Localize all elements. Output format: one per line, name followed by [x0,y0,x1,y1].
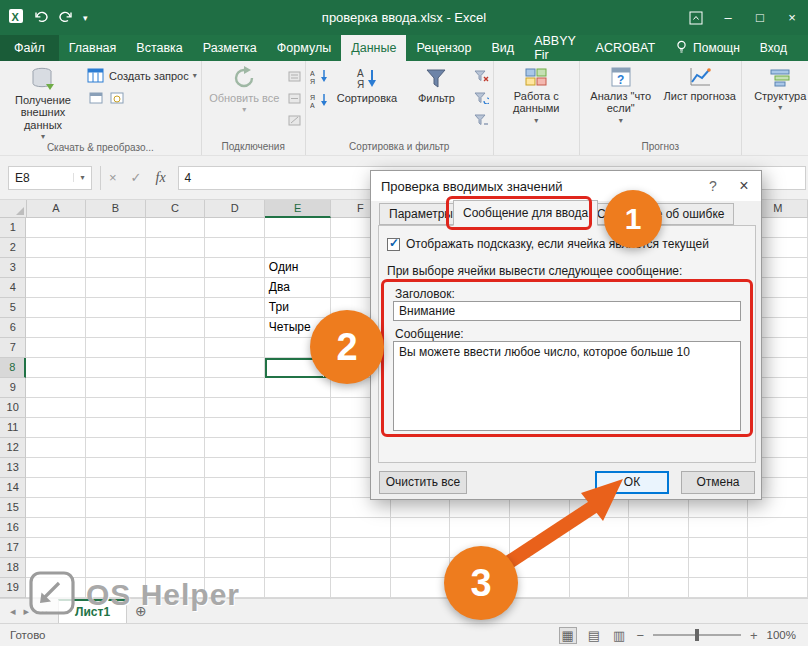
cell-K16[interactable] [629,518,689,538]
cell-E1[interactable] [265,218,331,238]
cell-A16[interactable] [26,518,86,538]
tab-formulas[interactable]: Формулы [267,35,341,61]
outline-button[interactable]: Структура ▾ [746,63,808,112]
cell-B11[interactable] [86,418,146,438]
column-header-E[interactable]: E [265,200,331,218]
clear-filter-icon[interactable] [474,68,489,86]
cell-D6[interactable] [205,318,265,338]
cell-A1[interactable] [26,218,86,238]
cell-C1[interactable] [146,218,206,238]
cell-K18[interactable] [629,558,689,578]
cell-B4[interactable] [86,278,146,298]
cell-H15[interactable] [450,498,510,518]
cell-B9[interactable] [86,378,146,398]
row-header-5[interactable]: 5 [0,298,26,318]
cell-D4[interactable] [205,278,265,298]
cell-B15[interactable] [86,498,146,518]
row-header-13[interactable]: 13 [0,458,26,478]
close-button[interactable]: × [776,0,808,35]
recent-sources-icon[interactable] [110,90,124,108]
edit-links-icon[interactable] [288,112,301,130]
cell-A17[interactable] [26,538,86,558]
cell-I15[interactable] [510,498,570,518]
normal-view-icon[interactable]: ▦ [559,627,577,644]
row-header-14[interactable]: 14 [0,478,26,498]
row-header-15[interactable]: 15 [0,498,26,518]
ok-button[interactable]: ОК [595,471,669,494]
cell-B5[interactable] [86,298,146,318]
cell-A11[interactable] [26,418,86,438]
cell-A6[interactable] [26,318,86,338]
row-header-1[interactable]: 1 [0,218,26,238]
tab-insert[interactable]: Вставка [126,35,192,61]
cell-C14[interactable] [146,478,206,498]
ribbon-display-options-icon[interactable] [680,0,712,35]
zoom-out-icon[interactable]: − [636,628,644,643]
cell-F18[interactable] [331,558,391,578]
row-header-4[interactable]: 4 [0,278,26,298]
cell-M16[interactable] [748,518,808,538]
tab-review[interactable]: Рецензор [406,35,481,61]
column-header-A[interactable]: A [27,200,87,218]
dialog-tab-input-message[interactable]: Сообщение для ввода [453,200,598,226]
cell-D2[interactable] [205,238,265,258]
row-header-7[interactable]: 7 [0,338,26,358]
cell-A7[interactable] [26,338,86,358]
cell-D11[interactable] [205,418,265,438]
tab-acrobat[interactable]: ACROBAT [586,35,666,61]
message-field-input[interactable]: Вы можете ввести любое число, которое бо… [393,341,741,431]
new-query-button[interactable]: Создать запрос ▾ [87,68,197,84]
cell-E4[interactable]: Два [265,278,331,298]
cell-G18[interactable] [391,558,451,578]
cell-L16[interactable] [689,518,749,538]
cell-K17[interactable] [629,538,689,558]
cell-B3[interactable] [86,258,146,278]
undo-icon[interactable] [33,9,49,27]
cell-M18[interactable] [748,558,808,578]
column-header-C[interactable]: C [146,200,206,218]
sort-za-icon[interactable]: ЯА [310,92,330,112]
cell-A5[interactable] [26,298,86,318]
cell-J17[interactable] [570,538,630,558]
zoom-in-icon[interactable]: + [750,628,758,643]
cell-E17[interactable] [265,538,331,558]
cell-B12[interactable] [86,438,146,458]
cell-A12[interactable] [26,438,86,458]
cell-L18[interactable] [689,558,749,578]
cell-A15[interactable] [26,498,86,518]
cell-C2[interactable] [146,238,206,258]
cell-I16[interactable] [510,518,570,538]
cell-D17[interactable] [205,538,265,558]
zoom-slider[interactable] [653,634,741,636]
cell-E2[interactable] [265,238,331,258]
cell-B13[interactable] [86,458,146,478]
cell-B2[interactable] [86,238,146,258]
cell-B7[interactable] [86,338,146,358]
cell-D10[interactable] [205,398,265,418]
share-button[interactable]: Общий доступ [797,35,808,61]
enter-entry-icon[interactable]: ✓ [131,170,142,185]
checkbox-checked-icon[interactable] [387,238,400,251]
cell-C5[interactable] [146,298,206,318]
cell-D8[interactable] [205,358,265,378]
cell-E16[interactable] [265,518,331,538]
column-header-D[interactable]: D [205,200,265,218]
cell-J15[interactable] [570,498,630,518]
row-header-8[interactable]: 8 [0,358,26,378]
row-header-6[interactable]: 6 [0,318,26,338]
zoom-level[interactable]: 100% [767,629,796,641]
column-header-B[interactable]: B [86,200,146,218]
cell-J19[interactable] [570,578,630,598]
dialog-tab-settings[interactable]: Параметры [379,203,463,225]
cell-C13[interactable] [146,458,206,478]
cell-K19[interactable] [629,578,689,598]
row-header-12[interactable]: 12 [0,438,26,458]
cell-A2[interactable] [26,238,86,258]
cell-I18[interactable] [510,558,570,578]
cell-B6[interactable] [86,318,146,338]
prev-sheet-icon[interactable]: ◂ [10,605,16,618]
zoom-slider-handle[interactable] [695,629,699,641]
tab-abbyy[interactable]: ABBYY Fir [524,35,585,61]
cell-C4[interactable] [146,278,206,298]
cell-E11[interactable] [265,418,331,438]
